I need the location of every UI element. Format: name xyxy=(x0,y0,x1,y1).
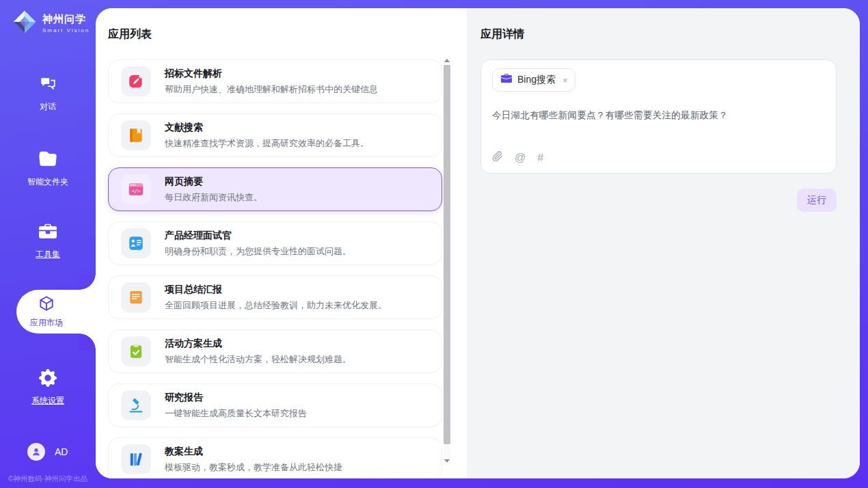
logo-diamond-icon xyxy=(12,10,37,37)
app-card-title: 网页摘要 xyxy=(165,176,262,188)
app-detail-panel: 应用详情 Bing搜索 × 今日湖北有哪些新闻要点？有哪些需要关注的最新政策？ xyxy=(467,8,860,478)
app-list-title: 应用列表 xyxy=(108,27,442,42)
active-pill-curve-top xyxy=(79,273,96,290)
app-list-scrollbar[interactable] xyxy=(444,57,450,464)
composer-toolbar: @ # xyxy=(492,151,543,165)
app-card-list: 招标文件解析 帮助用户快速、准确地理解和解析招标书中的关键信息 文献搜索 快速精… xyxy=(108,59,442,478)
mention-icon[interactable]: @ xyxy=(515,152,526,164)
sidebar: 神州问学 Smart Vision 对话 智能文件夹 工具集 xyxy=(0,0,96,488)
microscope-icon xyxy=(121,390,151,420)
clipboard-check-icon xyxy=(121,336,151,366)
cube-icon xyxy=(38,295,55,315)
attachment-icon[interactable] xyxy=(492,151,503,165)
app-card-desc: 每日政府新闻资讯快查。 xyxy=(165,191,262,204)
hashtag-icon[interactable]: # xyxy=(537,152,543,164)
user-avatar-icon xyxy=(27,443,45,461)
run-button[interactable]: 运行 xyxy=(797,189,837,212)
sidebar-item-app-market[interactable]: 应用市场 xyxy=(16,290,96,334)
scrollbar-thumb[interactable] xyxy=(444,65,450,444)
browser-code-icon: </> xyxy=(121,174,151,204)
app-card-web-summary[interactable]: </> 网页摘要 每日政府新闻资讯快查。 xyxy=(108,167,442,211)
tool-tag-bing-search[interactable]: Bing搜索 × xyxy=(492,68,575,92)
folder-icon xyxy=(39,150,57,171)
app-card-tender-parse[interactable]: 招标文件解析 帮助用户快速、准确地理解和解析招标书中的关键信息 xyxy=(108,59,442,103)
app-card-title: 文献搜索 xyxy=(165,122,369,134)
resume-person-icon xyxy=(121,228,151,258)
svg-text:</>: </> xyxy=(132,188,141,194)
app-card-desc: 明确身份和职责，为您提供专业性的面试问题。 xyxy=(165,245,351,258)
app-card-title: 教案生成 xyxy=(165,446,342,458)
sidebar-item-label: 智能文件夹 xyxy=(27,176,68,188)
sidebar-item-settings[interactable]: 系统设置 xyxy=(0,369,96,407)
app-card-title: 项目总结汇报 xyxy=(165,284,387,296)
app-logo: 神州问学 Smart Vision xyxy=(12,10,90,37)
scrollbar-up-arrow-icon[interactable] xyxy=(444,57,450,64)
sidebar-item-label: 工具集 xyxy=(36,249,60,260)
app-card-desc: 模板驱动，教案秒成，教学准备从此轻松快捷 xyxy=(165,461,342,474)
chat-icon xyxy=(39,75,57,96)
sidebar-item-chat[interactable]: 对话 xyxy=(0,75,96,113)
sidebar-item-label: 应用市场 xyxy=(30,317,63,329)
books-icon xyxy=(121,444,151,474)
app-card-desc: 快速精准查找学术资源，提高研究效率的必备工具。 xyxy=(165,137,369,150)
app-card-desc: 帮助用户快速、准确地理解和解析招标书中的关键信息 xyxy=(165,83,378,96)
briefcase-icon xyxy=(501,73,512,87)
active-pill-curve-bottom xyxy=(79,334,96,350)
app-card-title: 产品经理面试官 xyxy=(165,230,351,242)
app-card-literature-search[interactable]: 文献搜索 快速精准查找学术资源，提高研究效率的必备工具。 xyxy=(108,113,442,157)
app-card-research-report[interactable]: 研究报告 一键智能生成高质量长文本研究报告 xyxy=(108,383,442,427)
document-pen-icon xyxy=(121,66,151,96)
gear-icon xyxy=(39,369,57,390)
logo-subtitle: Smart Vision xyxy=(42,27,90,33)
sidebar-item-toolset[interactable]: 工具集 xyxy=(0,223,96,260)
app-card-desc: 全面回顾项目进展，总结经验教训，助力未来优化发展。 xyxy=(165,299,387,312)
app-card-title: 活动方案生成 xyxy=(165,338,351,350)
app-card-title: 研究报告 xyxy=(165,392,307,404)
copyright-text: ©神州数码·神州问学出品 xyxy=(0,474,96,484)
app-card-title: 招标文件解析 xyxy=(165,68,378,80)
scrollbar-down-arrow-icon[interactable] xyxy=(444,457,450,464)
tag-close-icon[interactable]: × xyxy=(562,75,568,85)
memo-icon xyxy=(121,282,151,312)
user-name: AD xyxy=(55,446,68,457)
app-list-panel: 应用列表 招标文件解析 帮助用户快速、准确地理解和解析招标书中的关键信息 xyxy=(96,8,467,478)
tool-tag-label: Bing搜索 xyxy=(517,74,556,86)
user-account[interactable]: AD xyxy=(27,443,68,461)
app-card-desc: 一键智能生成高质量长文本研究报告 xyxy=(165,407,307,420)
main-content: 应用列表 招标文件解析 帮助用户快速、准确地理解和解析招标书中的关键信息 xyxy=(96,8,860,478)
app-detail-title: 应用详情 xyxy=(480,27,837,42)
app-card-lesson-plan[interactable]: 教案生成 模板驱动，教案秒成，教学准备从此轻松快捷 xyxy=(108,437,442,478)
logo-title: 神州问学 xyxy=(42,13,90,26)
toolbox-icon xyxy=(39,223,57,243)
app-card-pm-interviewer[interactable]: 产品经理面试官 明确身份和职责，为您提供专业性的面试问题。 xyxy=(108,221,442,265)
sidebar-item-label: 系统设置 xyxy=(31,395,64,407)
app-card-desc: 智能生成个性化活动方案，轻松解决规划难题。 xyxy=(165,353,351,366)
app-card-activity-plan[interactable]: 活动方案生成 智能生成个性化活动方案，轻松解决规划难题。 xyxy=(108,329,442,373)
sidebar-item-smart-folder[interactable]: 智能文件夹 xyxy=(0,150,96,188)
run-row: 运行 xyxy=(480,189,837,212)
prompt-input-card[interactable]: Bing搜索 × 今日湖北有哪些新闻要点？有哪些需要关注的最新政策？ @ # xyxy=(480,59,837,174)
app-card-project-summary[interactable]: 项目总结汇报 全面回顾项目进展，总结经验教训，助力未来优化发展。 xyxy=(108,275,442,319)
sidebar-item-label: 对话 xyxy=(40,101,56,113)
book-icon xyxy=(121,120,151,150)
prompt-input[interactable]: 今日湖北有哪些新闻要点？有哪些需要关注的最新政策？ xyxy=(492,109,825,122)
